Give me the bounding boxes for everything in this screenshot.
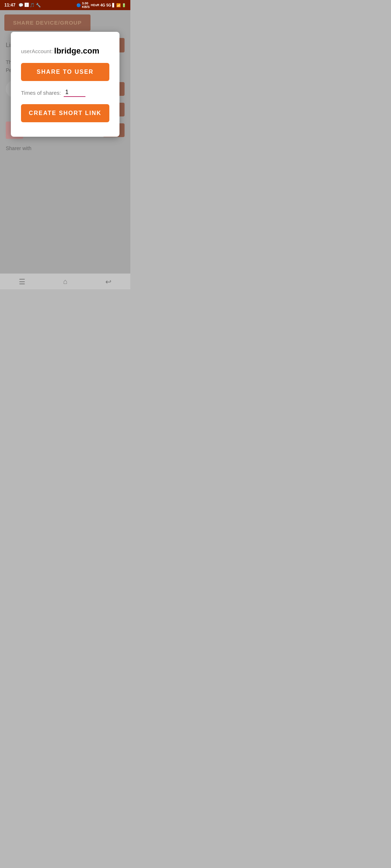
times-input[interactable] xyxy=(64,88,85,97)
network-4g: 4G xyxy=(100,3,105,7)
status-right-icons: 🔵 3.00KB/S HD₂R 4G 5G ▋ 📶 🔋 xyxy=(76,1,126,9)
bluetooth-icon: 🔵 xyxy=(76,3,81,7)
status-time: 11:47 💬 🅱 🎵 🔧 xyxy=(4,3,41,8)
user-account-label: userAccount: xyxy=(21,48,53,54)
dialog: userAccount: lbridge.com SHARE TO USER T… xyxy=(11,32,119,137)
user-account-row: userAccount: lbridge.com xyxy=(21,46,109,56)
notification-icons: 💬 🅱 🎵 🔧 xyxy=(18,3,41,8)
times-of-shares-row: Times of shares: xyxy=(21,88,109,97)
wifi-icon: 📶 xyxy=(116,3,121,7)
user-account-value: lbridge.com xyxy=(54,46,100,56)
create-short-link-button[interactable]: CREATE SHORT LINK xyxy=(21,104,109,122)
signal-icon: ▋ xyxy=(112,3,115,7)
create-short-link-label: CREATE SHORT LINK xyxy=(29,110,102,116)
share-to-user-label: SHARE TO USER xyxy=(37,69,93,75)
network-5g: 5G xyxy=(106,3,111,7)
times-label: Times of shares: xyxy=(21,90,61,96)
time-label: 11:47 xyxy=(4,3,16,8)
hd-icon: HD₂R xyxy=(91,3,100,7)
share-to-user-button[interactable]: SHARE TO USER xyxy=(21,63,109,81)
data-speed: 3.00KB/S xyxy=(82,1,90,9)
modal-overlay: userAccount: lbridge.com SHARE TO USER T… xyxy=(0,10,130,289)
status-bar: 11:47 💬 🅱 🎵 🔧 🔵 3.00KB/S HD₂R 4G 5G ▋ 📶 … xyxy=(0,0,130,10)
battery-icon: 🔋 xyxy=(122,3,126,7)
